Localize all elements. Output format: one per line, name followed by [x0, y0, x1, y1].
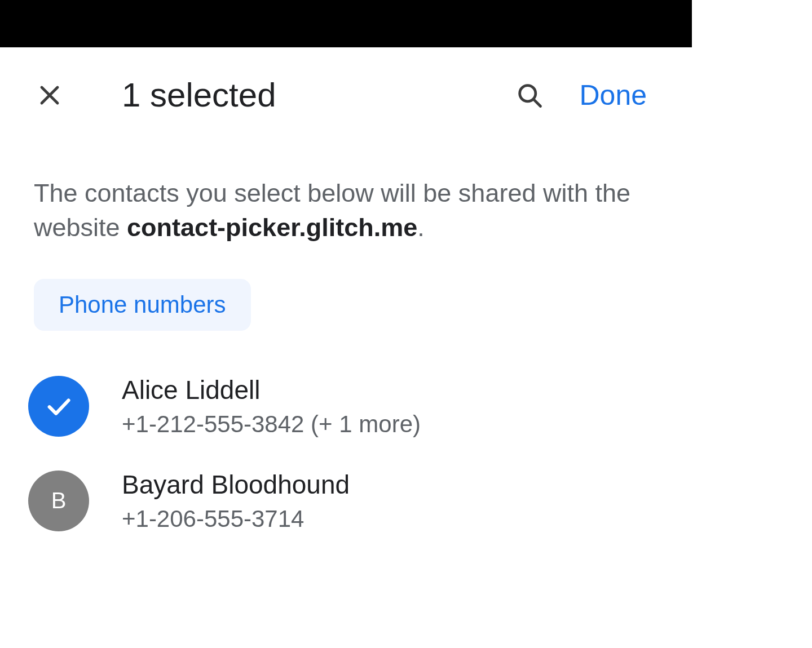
svg-line-1	[534, 99, 541, 106]
contact-detail: +1-212-555-3842 (+ 1 more)	[122, 411, 421, 438]
contact-detail: +1-206-555-3714	[122, 505, 350, 532]
header: 1 selected Done	[0, 47, 692, 131]
description-suffix: .	[417, 213, 425, 242]
done-button[interactable]: Done	[579, 79, 647, 112]
check-icon	[43, 390, 74, 422]
contact-row[interactable]: B Bayard Bloodhound +1-206-555-3714	[28, 454, 658, 548]
avatar-letter: B	[28, 471, 89, 531]
description-website: contact-picker.glitch.me	[127, 213, 417, 242]
contact-name: Bayard Bloodhound	[122, 469, 350, 500]
status-bar	[0, 0, 692, 47]
share-description: The contacts you select below will be sh…	[0, 131, 692, 245]
close-icon	[36, 82, 63, 109]
avatar-selected	[28, 376, 89, 437]
contact-name: Alice Liddell	[122, 375, 421, 405]
search-icon	[515, 81, 544, 110]
contact-list: Alice Liddell +1-212-555-3842 (+ 1 more)…	[0, 331, 692, 548]
selection-count-title: 1 selected	[122, 76, 514, 114]
search-button[interactable]	[514, 79, 545, 111]
filter-chip-phone-numbers[interactable]: Phone numbers	[34, 279, 251, 331]
contact-row[interactable]: Alice Liddell +1-212-555-3842 (+ 1 more)	[28, 359, 658, 454]
close-button[interactable]	[34, 79, 65, 111]
